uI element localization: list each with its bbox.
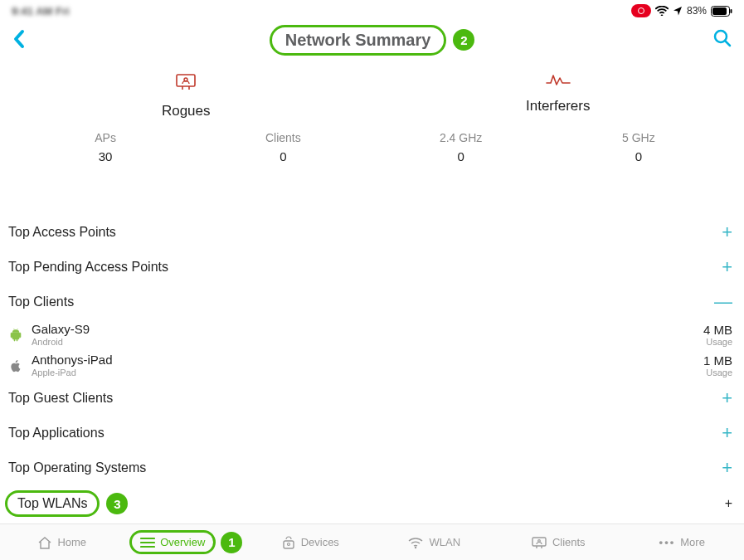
svg-point-14 <box>415 546 416 548</box>
svg-rect-2 <box>731 9 732 13</box>
tab-more[interactable]: ••• More <box>620 536 745 548</box>
overview-menu-icon <box>140 537 155 548</box>
section-top-guest-clients[interactable]: Top Guest Clients + <box>0 381 744 416</box>
svg-point-13 <box>287 543 289 545</box>
client-usage: 4 MB <box>703 323 732 337</box>
interferers-icon <box>546 73 571 90</box>
sections-list: Top Access Points + Top Pending Access P… <box>0 215 744 522</box>
tab-label: Clients <box>552 536 586 548</box>
page-title: Network Summary <box>270 25 447 56</box>
tab-overview[interactable]: Overview 1 <box>124 530 249 554</box>
section-label: Top Access Points <box>8 225 116 240</box>
stat-aps-label: APs <box>17 131 194 144</box>
section-top-pending-aps[interactable]: Top Pending Access Points + <box>0 250 744 285</box>
tab-label: Home <box>57 536 86 548</box>
section-top-applications[interactable]: Top Applications + <box>0 416 744 450</box>
interferers-label: Interferers <box>526 98 590 114</box>
stat-aps-value: 30 <box>17 149 194 163</box>
screen-record-indicator <box>631 4 651 17</box>
rogues-label: Rogues <box>162 103 211 119</box>
tab-wlan[interactable]: WLAN <box>372 536 497 549</box>
client-usage: 1 MB <box>703 353 732 368</box>
expand-icon[interactable]: + <box>722 457 732 479</box>
android-icon <box>8 329 23 342</box>
stat-clients-label: Clients <box>194 131 372 144</box>
section-label: Top Operating Systems <box>8 460 146 475</box>
section-label: Top Applications <box>8 426 105 441</box>
rogue-icon <box>175 73 197 95</box>
client-os: Apple-iPad <box>32 368 113 377</box>
expand-icon[interactable]: + <box>722 422 732 444</box>
client-row[interactable]: Galaxy-S9 Android 4 MB Usage <box>0 319 744 350</box>
section-label: Top Clients <box>8 295 74 309</box>
stat-24ghz-value: 0 <box>372 149 550 163</box>
expand-icon[interactable]: + <box>725 496 732 511</box>
wifi-icon <box>655 6 669 16</box>
section-top-aps[interactable]: Top Access Points + <box>0 215 744 250</box>
section-top-wlans[interactable]: Top WLANs 3 + <box>0 485 744 522</box>
tab-bar: Home Overview 1 Devices WLAN Clients <box>0 523 744 560</box>
battery-icon <box>711 6 732 17</box>
tab-label: Devices <box>301 536 339 548</box>
tab-clients[interactable]: Clients <box>496 536 620 549</box>
interferers-card[interactable]: Interferers <box>475 73 641 119</box>
stat-aps: APs 30 <box>17 131 194 163</box>
tab-devices[interactable]: Devices <box>248 536 372 549</box>
svg-rect-12 <box>284 541 294 548</box>
stat-clients-value: 0 <box>194 149 372 163</box>
rogues-card[interactable]: Rogues <box>103 73 269 119</box>
client-name: Anthonys-iPad <box>32 353 113 368</box>
tab-label: More <box>680 536 705 548</box>
section-label: Top Guest Clients <box>8 391 113 406</box>
clients-icon <box>531 536 547 549</box>
tab-label: WLAN <box>429 536 460 548</box>
stat-24ghz-label: 2.4 GHz <box>372 131 550 144</box>
stat-5ghz: 5 GHz 0 <box>550 131 727 163</box>
wlan-icon <box>407 536 424 549</box>
callout-badge-2: 2 <box>453 29 474 51</box>
client-usage-label: Usage <box>703 368 732 377</box>
client-usage-label: Usage <box>703 337 732 347</box>
expand-icon[interactable]: + <box>722 256 732 278</box>
status-right: 83% <box>631 4 732 17</box>
home-icon <box>37 536 52 549</box>
more-icon: ••• <box>659 536 676 548</box>
callout-badge-1: 1 <box>221 532 242 553</box>
status-time: 9:41 AM Fri <box>12 5 70 17</box>
title-wrap: Network Summary 2 <box>270 25 475 56</box>
client-name: Galaxy-S9 <box>32 323 90 337</box>
svg-line-4 <box>725 41 730 46</box>
stats-row: APs 30 Clients 0 2.4 GHz 0 5 GHz 0 <box>0 131 744 163</box>
back-button[interactable] <box>12 28 27 53</box>
battery-percent: 83% <box>687 5 707 17</box>
section-label: Top Pending Access Points <box>8 260 168 275</box>
section-label: Top WLANs <box>5 490 100 517</box>
section-top-clients[interactable]: Top Clients — <box>0 285 744 319</box>
header: Network Summary 2 <box>0 22 744 58</box>
client-row[interactable]: Anthonys-iPad Apple-iPad 1 MB Usage <box>0 350 744 381</box>
location-icon <box>673 6 683 16</box>
client-os: Android <box>32 337 90 347</box>
stat-clients: Clients 0 <box>194 131 372 163</box>
tab-label: Overview <box>160 536 205 548</box>
tab-home[interactable]: Home <box>0 536 124 549</box>
status-bar: 9:41 AM Fri 83% <box>0 0 744 18</box>
summary-row: Rogues Interferers <box>0 73 744 119</box>
callout-badge-3: 3 <box>106 493 128 514</box>
expand-icon[interactable]: + <box>722 387 732 409</box>
search-button[interactable] <box>712 28 732 51</box>
apple-icon <box>8 359 23 373</box>
stat-5ghz-label: 5 GHz <box>550 131 727 144</box>
stat-5ghz-value: 0 <box>550 149 727 163</box>
collapse-icon[interactable]: — <box>714 291 732 313</box>
svg-rect-1 <box>712 7 727 15</box>
stat-24ghz: 2.4 GHz 0 <box>372 131 550 163</box>
devices-icon <box>281 536 296 549</box>
expand-icon[interactable]: + <box>722 222 732 243</box>
section-top-os[interactable]: Top Operating Systems + <box>0 450 744 485</box>
